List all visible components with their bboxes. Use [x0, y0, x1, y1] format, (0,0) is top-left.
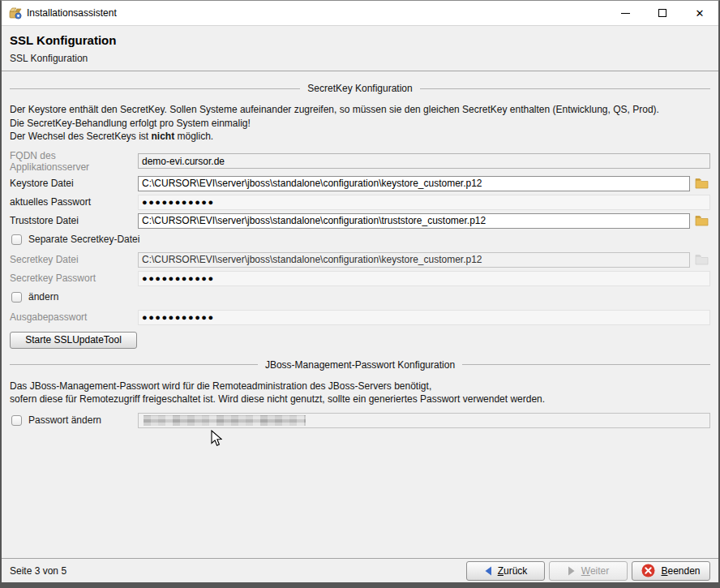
- secretkey-file-input: C:\CURSOR\EVI\server\jboss\standalone\co…: [138, 252, 690, 268]
- next-arrow-icon: [568, 566, 576, 576]
- fqdn-input[interactable]: demo-evi.cursor.de: [138, 153, 710, 169]
- output-password-row: Ausgabepasswort ●●●●●●●●●●●: [10, 310, 710, 325]
- secretkey-description: Der Keystore enthält den SecretKey. Soll…: [10, 103, 710, 144]
- current-password-label: aktuelles Passwort: [10, 196, 138, 208]
- window-title: Installationsassistent: [27, 7, 117, 19]
- secretkey-password-row: Secretkey Passwort ●●●●●●●●●●●: [10, 271, 710, 286]
- page-indicator: Seite 3 von 5: [10, 565, 66, 577]
- redacted-password-blur: [144, 415, 306, 426]
- quit-button[interactable]: Beenden: [632, 561, 710, 581]
- jboss-description: Das JBoss-Management-Passwort wird für d…: [10, 380, 710, 406]
- secretkey-password-input: ●●●●●●●●●●●: [138, 271, 710, 286]
- output-password-input: ●●●●●●●●●●●: [138, 310, 710, 325]
- truststore-label: Truststore Datei: [10, 215, 138, 226]
- change-label: ändern: [28, 291, 58, 303]
- secretkey-file-label: Secretkey Datei: [10, 254, 138, 265]
- jboss-section-separator: JBoss-Management-Passwort Konfiguration: [10, 359, 710, 371]
- jboss-password-row: Passwort ändern: [10, 413, 710, 428]
- separate-secretkey-row: Separate Secretkey-Datei: [10, 232, 710, 247]
- keystore-browse-button[interactable]: [692, 176, 710, 191]
- secretkey-password-label: Secretkey Passwort: [10, 273, 138, 284]
- back-button[interactable]: Zurück: [466, 561, 545, 581]
- next-button: Weiter: [549, 561, 628, 581]
- minimize-button[interactable]: [606, 1, 644, 25]
- keystore-row: Keystore Datei C:\CURSOR\EVI\server\jbos…: [10, 176, 710, 191]
- keystore-input[interactable]: C:\CURSOR\EVI\server\jboss\standalone\co…: [138, 176, 690, 191]
- minimize-icon: [621, 13, 630, 14]
- output-password-label: Ausgabepasswort: [10, 311, 138, 323]
- secretkey-browse-button: [692, 252, 710, 268]
- footer: Seite 3 von 5 Zurück Weiter Beenden: [2, 558, 718, 582]
- truststore-browse-button[interactable]: [692, 213, 710, 229]
- jboss-section-title: JBoss-Management-Passwort Konfiguration: [258, 359, 462, 371]
- current-password-row: aktuelles Passwort ●●●●●●●●●●●: [10, 195, 710, 210]
- app-icon: [9, 6, 22, 19]
- secretkey-desc-line2: Die SecretKey-Behandlung erfolgt pro Sys…: [10, 117, 710, 131]
- fqdn-row: FQDN des Applikationsserver demo-evi.cur…: [10, 150, 710, 173]
- close-button[interactable]: ✕: [681, 1, 718, 25]
- folder-icon: [695, 215, 709, 226]
- content-area: SecretKey Konfiguration Der Keystore ent…: [2, 71, 718, 558]
- mouse-cursor-icon: [211, 430, 222, 447]
- secretkey-file-row: Secretkey Datei C:\CURSOR\EVI\server\jbo…: [10, 252, 710, 268]
- secretkey-section-title: SecretKey Konfiguration: [300, 83, 419, 94]
- folder-icon-disabled: [695, 254, 709, 265]
- jboss-desc-line2: sofern diese für Remotezugriff freigesch…: [10, 393, 710, 406]
- titlebar: Installationsassistent ✕: [2, 1, 718, 26]
- back-arrow-icon: [484, 566, 492, 576]
- folder-icon: [695, 178, 709, 189]
- jboss-desc-line1: Das JBoss-Management-Passwort wird für d…: [10, 380, 710, 393]
- secretkey-form: FQDN des Applikationsserver demo-evi.cur…: [10, 150, 710, 349]
- jboss-password-input: [138, 413, 710, 428]
- separate-secretkey-checkbox[interactable]: [11, 234, 22, 245]
- truststore-row: Truststore Datei C:\CURSOR\EVI\server\jb…: [10, 213, 710, 229]
- quit-icon: [641, 564, 655, 577]
- change-row: ändern: [10, 290, 710, 305]
- current-password-input[interactable]: ●●●●●●●●●●●: [138, 195, 710, 210]
- page-header: SSL Konfiguration SSL Konfiguration: [2, 26, 718, 71]
- change-checkbox[interactable]: [11, 292, 22, 303]
- maximize-icon: [658, 9, 666, 17]
- installer-window: Installationsassistent ✕ SSL Konfigurati…: [0, 0, 720, 588]
- page-subtitle: SSL Konfiguration: [10, 53, 710, 64]
- fqdn-label: FQDN des Applikationsserver: [10, 150, 138, 173]
- secretkey-desc-line1: Der Keystore enthält den SecretKey. Soll…: [10, 103, 710, 117]
- maximize-button[interactable]: [644, 1, 681, 25]
- close-icon: ✕: [696, 8, 705, 19]
- keystore-label: Keystore Datei: [10, 178, 138, 189]
- secretkey-desc-line3: Der Wechsel des SecretKeys ist nicht mög…: [10, 130, 710, 144]
- jboss-password-change-label: Passwort ändern: [28, 414, 101, 426]
- jboss-password-change-checkbox[interactable]: [11, 415, 22, 426]
- start-ssl-update-tool-button[interactable]: Starte SSLUpdateTool: [10, 332, 137, 349]
- page-title: SSL Konfiguration: [10, 33, 710, 47]
- separate-secretkey-label: Separate Secretkey-Datei: [28, 234, 139, 245]
- secretkey-section-separator: SecretKey Konfiguration: [10, 83, 710, 94]
- truststore-input[interactable]: C:\CURSOR\EVI\server\jboss\standalone\co…: [138, 213, 690, 229]
